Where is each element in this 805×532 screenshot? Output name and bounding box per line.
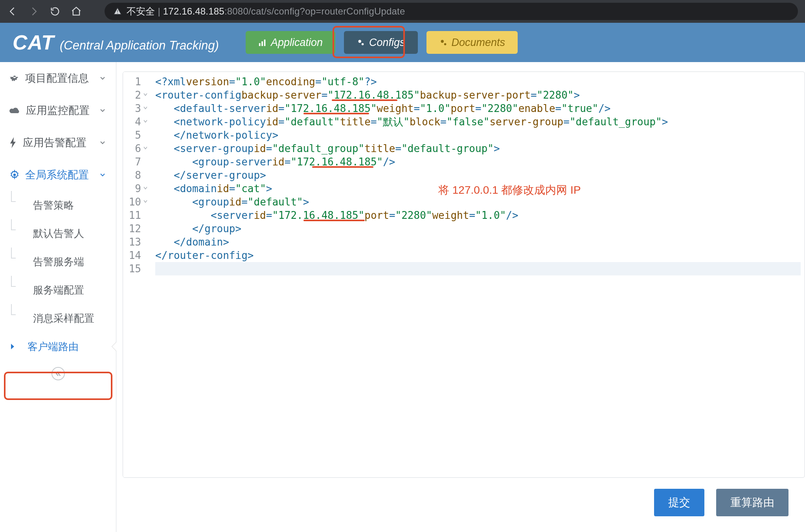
tab-documents-label: Documents (452, 37, 505, 49)
app-header: CAT (Central Application Tracking) Appli… (0, 23, 805, 62)
chevron-down-icon (99, 139, 107, 147)
sidebar-group-label: 应用监控配置 (26, 103, 90, 117)
annotation-underline (303, 113, 369, 114)
action-button-row: 提交 重算路由 (123, 478, 805, 523)
insecure-label: 不安全 (127, 6, 155, 17)
gear-icon (9, 170, 20, 180)
svg-point-6 (444, 43, 446, 46)
sidebar-group-global-config[interactable]: 全局系统配置 (0, 159, 116, 191)
sidebar-item-alert-policy[interactable]: 告警策略 (0, 191, 116, 219)
sidebar-collapse-button[interactable] (51, 367, 65, 380)
submit-button-label: 提交 (668, 495, 690, 510)
sidebar-item-alert-server[interactable]: 告警服务端 (0, 248, 116, 276)
reload-icon[interactable] (50, 6, 61, 17)
sidebar: 项目配置信息 应用监控配置 应用告警配置 全局系统配置 告警策略 默认告警人 告… (0, 62, 116, 532)
gears-icon (439, 38, 448, 47)
logo-subtitle: (Central Application Tracking) (60, 39, 219, 53)
sidebar-group-label: 应用告警配置 (23, 136, 86, 150)
sidebar-item-label: 服务端配置 (33, 283, 84, 297)
sidebar-group-alert-config[interactable]: 应用告警配置 (0, 127, 116, 159)
sidebar-item-sample-config[interactable]: 消息采样配置 (0, 304, 116, 332)
back-icon[interactable] (7, 6, 18, 17)
sidebar-group-project-config[interactable]: 项目配置信息 (0, 62, 116, 94)
sidebar-item-label: 默认告警人 (33, 227, 84, 240)
cloud-icon (9, 106, 20, 114)
svg-point-5 (441, 40, 443, 43)
home-icon[interactable] (71, 6, 82, 17)
recalc-button-label: 重算路由 (730, 495, 774, 510)
chevron-down-icon (99, 106, 107, 114)
url-host: 172.16.48.185 (163, 6, 224, 17)
gear-icon (9, 73, 20, 83)
forward-icon[interactable] (28, 6, 39, 17)
url-path: /cat/s/config?op=routerConfigUpdate (248, 6, 405, 17)
editor-gutter: 123456789101112131415 (123, 72, 151, 477)
editor-code-area[interactable]: <?xml version="1.0" encoding="utf-8"?><r… (151, 72, 805, 477)
tab-application-label: Application (271, 37, 323, 49)
sidebar-item-label: 告警策略 (33, 198, 74, 212)
sidebar-item-label: 告警服务端 (33, 255, 84, 269)
svg-point-7 (13, 174, 16, 176)
recalc-route-button[interactable]: 重算路由 (716, 489, 788, 516)
sidebar-item-client-router[interactable]: 客户端路由 (0, 332, 116, 361)
tab-configs-label: Configs (369, 37, 405, 49)
chevron-down-icon (99, 171, 107, 179)
annotation-underline (312, 166, 373, 168)
caret-right-icon (11, 344, 14, 349)
main-panel: 123456789101112131415 <?xml version="1.0… (116, 62, 805, 532)
submit-button[interactable]: 提交 (654, 489, 704, 516)
annotation-underline (332, 99, 397, 101)
chevron-down-icon (99, 74, 107, 82)
annotation-text: 将 127.0.0.1 都修改成内网 IP (438, 183, 581, 198)
bolt-icon (9, 137, 17, 148)
sidebar-item-label: 客户端路由 (28, 340, 79, 354)
chevrons-left-icon (55, 371, 61, 377)
sidebar-item-default-alarmer[interactable]: 默认告警人 (0, 219, 116, 248)
svg-point-3 (358, 40, 361, 43)
svg-rect-2 (264, 40, 266, 46)
sidebar-group-label: 项目配置信息 (25, 71, 89, 85)
insecure-warning-icon (113, 7, 122, 16)
chart-bar-icon (258, 38, 267, 47)
tab-documents[interactable]: Documents (426, 31, 518, 54)
sidebar-group-label: 全局系统配置 (25, 168, 89, 182)
svg-rect-0 (259, 43, 261, 46)
sidebar-group-monitor-config[interactable]: 应用监控配置 (0, 94, 116, 127)
address-bar[interactable]: 不安全 | 172.16.48.185:8080/cat/s/config?op… (105, 3, 798, 20)
logo-text: CAT (13, 31, 54, 54)
browser-toolbar: 不安全 | 172.16.48.185:8080/cat/s/config?op… (0, 0, 805, 23)
gears-icon (357, 38, 365, 47)
annotation-underline (303, 220, 365, 221)
xml-editor[interactable]: 123456789101112131415 <?xml version="1.0… (123, 72, 805, 478)
tab-configs[interactable]: Configs (344, 31, 418, 54)
url-port: :8080 (224, 6, 248, 17)
app-logo[interactable]: CAT (Central Application Tracking) (13, 31, 219, 54)
sidebar-item-server-config[interactable]: 服务端配置 (0, 276, 116, 304)
svg-rect-1 (261, 41, 263, 46)
tab-application[interactable]: Application (246, 31, 335, 54)
svg-point-4 (362, 43, 364, 46)
sidebar-item-label: 消息采样配置 (33, 312, 94, 325)
active-indicator-icon (112, 342, 117, 351)
